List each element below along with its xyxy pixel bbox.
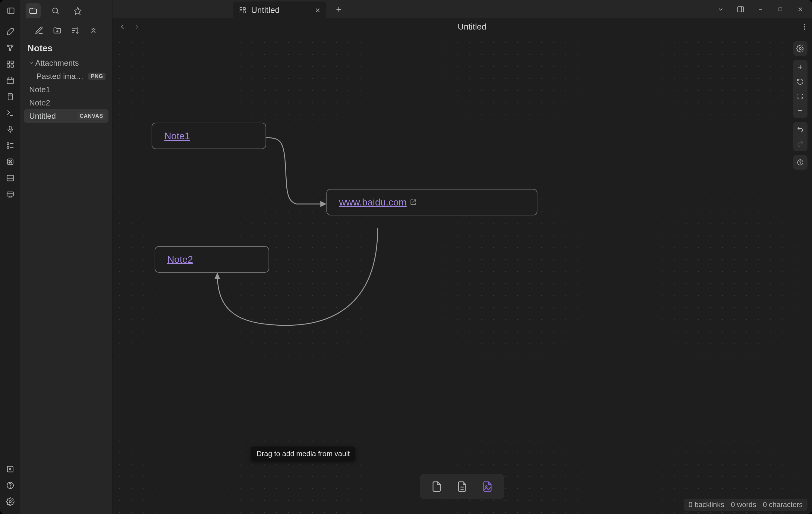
status-backlinks[interactable]: 0 backlinks bbox=[689, 501, 724, 509]
files-icon[interactable] bbox=[26, 3, 41, 19]
canvas-bottom-toolbar bbox=[420, 474, 504, 499]
svg-point-41 bbox=[9, 501, 11, 503]
tree-folder-attachments[interactable]: Attachments bbox=[24, 56, 109, 69]
svg-rect-8 bbox=[7, 61, 9, 64]
audio-recorder-icon[interactable] bbox=[3, 122, 18, 137]
svg-point-6 bbox=[11, 45, 13, 47]
svg-point-27 bbox=[9, 162, 10, 163]
window-maximize-icon[interactable] bbox=[774, 3, 786, 16]
tab-dropdown-icon[interactable] bbox=[715, 3, 727, 16]
svg-rect-10 bbox=[7, 65, 9, 67]
svg-rect-11 bbox=[11, 65, 13, 67]
quick-switcher-icon[interactable] bbox=[3, 24, 18, 39]
svg-rect-9 bbox=[11, 61, 13, 64]
canvas-icon[interactable] bbox=[3, 57, 18, 71]
file-explorer: Notes Attachments Pasted image 20… PNG N… bbox=[20, 0, 112, 514]
window-minimize-icon[interactable] bbox=[754, 3, 766, 16]
random-note-icon[interactable] bbox=[3, 155, 18, 169]
add-media-icon[interactable] bbox=[479, 478, 496, 495]
canvas-node-link[interactable]: Note2 bbox=[167, 254, 193, 265]
svg-marker-4 bbox=[74, 7, 81, 14]
help-icon[interactable] bbox=[3, 478, 18, 493]
redo-icon[interactable] bbox=[793, 137, 808, 151]
add-card-icon[interactable] bbox=[428, 478, 445, 495]
status-words: 0 words bbox=[731, 501, 756, 509]
svg-rect-12 bbox=[7, 78, 13, 84]
window-close-icon[interactable] bbox=[794, 3, 806, 16]
svg-rect-16 bbox=[8, 95, 12, 100]
svg-point-26 bbox=[11, 160, 12, 161]
zoom-in-icon[interactable] bbox=[793, 60, 808, 74]
undo-icon[interactable] bbox=[793, 122, 808, 137]
canvas-node-link[interactable]: www.baidu.com bbox=[339, 197, 407, 208]
templates-icon[interactable] bbox=[3, 89, 18, 104]
daily-note-icon[interactable] bbox=[3, 73, 18, 88]
svg-point-2 bbox=[53, 8, 58, 13]
view-title[interactable]: Untitled bbox=[141, 22, 803, 32]
zoom-out-icon[interactable] bbox=[793, 103, 808, 118]
canvas-settings-icon[interactable] bbox=[793, 41, 808, 56]
tree-file-pasted-image[interactable]: Pasted image 20… PNG bbox=[24, 69, 109, 83]
graph-view-icon[interactable] bbox=[3, 41, 18, 55]
tabbar-right bbox=[715, 0, 812, 19]
svg-rect-47 bbox=[243, 11, 245, 13]
svg-point-58 bbox=[804, 24, 805, 25]
app-window: Notes Attachments Pasted image 20… PNG N… bbox=[0, 0, 812, 514]
svg-point-63 bbox=[799, 48, 802, 50]
svg-rect-20 bbox=[7, 143, 9, 145]
svg-rect-52 bbox=[737, 7, 744, 12]
svg-rect-45 bbox=[243, 7, 245, 10]
search-icon[interactable] bbox=[48, 3, 63, 19]
new-folder-icon[interactable] bbox=[52, 25, 62, 35]
vault-switcher-icon[interactable] bbox=[3, 462, 18, 476]
svg-rect-32 bbox=[7, 192, 13, 196]
workspace-icon[interactable] bbox=[3, 171, 18, 185]
canvas-help-icon[interactable] bbox=[793, 155, 808, 170]
nav-back-icon[interactable] bbox=[118, 23, 126, 31]
tabbar: Untitled bbox=[112, 0, 812, 19]
svg-line-3 bbox=[57, 12, 58, 14]
canvas-viewport[interactable]: Note1 Note2 www.baidu.com bbox=[112, 35, 812, 514]
svg-rect-21 bbox=[7, 147, 9, 149]
canvas-node-baidu[interactable]: www.baidu.com bbox=[326, 189, 538, 215]
slash-commands-icon[interactable] bbox=[3, 138, 18, 153]
zoom-reset-icon[interactable] bbox=[793, 74, 808, 89]
bookmark-star-icon[interactable] bbox=[70, 3, 85, 19]
canvas-node-note2[interactable]: Note2 bbox=[155, 246, 269, 273]
new-tab-button[interactable] bbox=[332, 2, 346, 16]
command-palette-icon[interactable] bbox=[3, 106, 18, 120]
settings-icon[interactable] bbox=[3, 494, 18, 509]
tooltip: Drag to add media from vault bbox=[251, 447, 355, 461]
publish-icon[interactable] bbox=[3, 187, 18, 202]
new-note-icon[interactable] bbox=[34, 25, 44, 35]
zoom-fit-icon[interactable] bbox=[793, 89, 808, 103]
file-explorer-toolbar bbox=[20, 20, 112, 38]
add-note-icon[interactable] bbox=[454, 478, 470, 495]
collapse-all-icon[interactable] bbox=[88, 25, 98, 35]
svg-rect-0 bbox=[8, 8, 14, 14]
external-link-icon bbox=[410, 199, 417, 206]
canvas-node-note1[interactable]: Note1 bbox=[152, 123, 266, 149]
tree-file-note1[interactable]: Note1 bbox=[24, 83, 109, 96]
view-more-icon[interactable] bbox=[803, 23, 806, 31]
svg-point-40 bbox=[10, 487, 10, 487]
toggle-right-sidebar-icon[interactable] bbox=[734, 3, 747, 16]
nav-forward-icon[interactable] bbox=[133, 23, 141, 31]
svg-rect-44 bbox=[240, 7, 242, 10]
tree-file-untitled[interactable]: Untitled CANVAS bbox=[24, 109, 109, 123]
file-extension-badge: CANVAS bbox=[77, 112, 106, 120]
svg-point-28 bbox=[11, 162, 12, 163]
close-tab-icon[interactable] bbox=[314, 7, 321, 13]
tree-file-note2[interactable]: Note2 bbox=[24, 96, 109, 109]
top-quick-icons bbox=[3, 3, 85, 19]
collapse-sidebar-icon[interactable] bbox=[3, 3, 19, 19]
canvas-dotgrid bbox=[112, 35, 812, 514]
svg-rect-30 bbox=[7, 175, 13, 181]
svg-point-38 bbox=[9, 468, 11, 470]
canvas-node-link[interactable]: Note1 bbox=[164, 130, 190, 142]
tab-untitled[interactable]: Untitled bbox=[233, 1, 326, 19]
sort-icon[interactable] bbox=[70, 25, 81, 35]
file-extension-badge: PNG bbox=[88, 72, 106, 80]
left-ribbon bbox=[0, 0, 20, 514]
svg-point-5 bbox=[7, 45, 9, 47]
